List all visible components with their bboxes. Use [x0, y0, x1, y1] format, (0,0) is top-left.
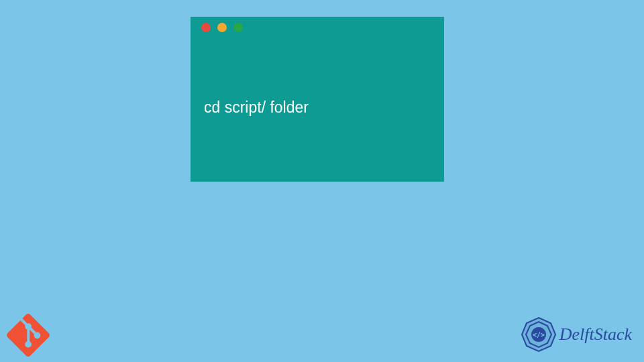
terminal-window: cd script/ folder — [191, 17, 444, 182]
close-icon[interactable] — [201, 23, 211, 32]
brand-badge-icon: </> — [521, 316, 557, 353]
minimize-icon[interactable] — [217, 23, 227, 32]
brand-logo: </> DelftStack — [521, 316, 632, 353]
svg-text:</>: </> — [533, 331, 545, 339]
maximize-icon[interactable] — [233, 23, 243, 32]
git-logo-icon — [7, 314, 50, 357]
terminal-body: cd script/ folder — [191, 38, 444, 130]
titlebar — [191, 17, 444, 38]
brand-name: DelftStack — [559, 324, 632, 345]
terminal-command: cd script/ folder — [204, 99, 309, 116]
